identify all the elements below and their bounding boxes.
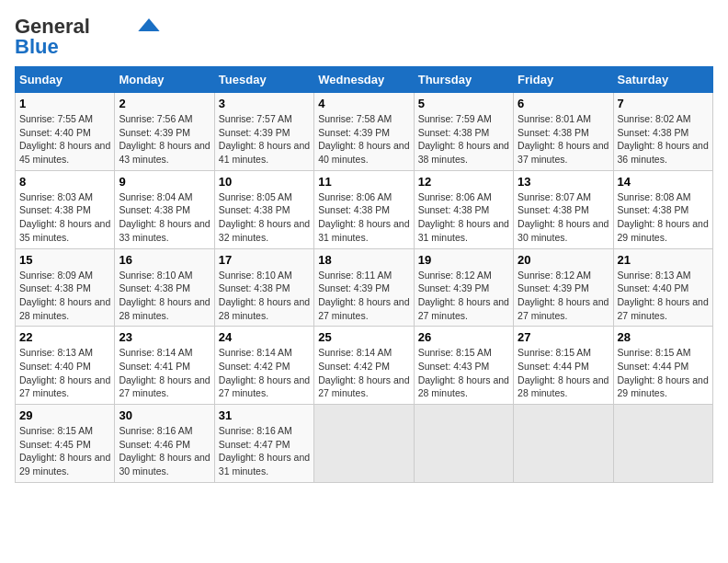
day-number: 31 — [219, 408, 310, 422]
day-info: Sunrise: 8:16 AMSunset: 4:47 PMDaylight:… — [219, 425, 310, 477]
calendar-cell: 30Sunrise: 8:16 AMSunset: 4:46 PMDayligh… — [115, 405, 214, 483]
logo-icon — [138, 18, 160, 31]
day-info: Sunrise: 8:16 AMSunset: 4:46 PMDaylight:… — [119, 425, 210, 477]
calendar-cell: 24Sunrise: 8:14 AMSunset: 4:42 PMDayligh… — [214, 327, 313, 405]
calendar-cell: 9Sunrise: 8:04 AMSunset: 4:38 PMDaylight… — [115, 170, 214, 248]
column-header-thursday: Thursday — [414, 67, 513, 93]
day-number: 6 — [518, 97, 609, 110]
calendar-cell: 8Sunrise: 8:03 AMSunset: 4:38 PMDaylight… — [16, 170, 115, 248]
calendar-cell: 23Sunrise: 8:14 AMSunset: 4:41 PMDayligh… — [115, 327, 214, 405]
day-number: 3 — [219, 97, 310, 110]
calendar-cell: 13Sunrise: 8:07 AMSunset: 4:38 PMDayligh… — [514, 170, 613, 248]
day-info: Sunrise: 8:15 AMSunset: 4:45 PMDaylight:… — [19, 425, 110, 477]
day-number: 8 — [19, 175, 110, 189]
day-info: Sunrise: 8:11 AMSunset: 4:39 PMDaylight:… — [318, 270, 409, 321]
calendar-cell: 10Sunrise: 8:05 AMSunset: 4:38 PMDayligh… — [214, 170, 313, 248]
day-number: 29 — [19, 408, 110, 422]
calendar-cell: 4Sunrise: 7:58 AMSunset: 4:39 PMDaylight… — [314, 93, 414, 171]
day-info: Sunrise: 8:07 AMSunset: 4:38 PMDaylight:… — [518, 191, 609, 243]
day-info: Sunrise: 8:01 AMSunset: 4:38 PMDaylight:… — [518, 113, 609, 165]
day-number: 20 — [518, 253, 609, 267]
day-number: 10 — [219, 175, 310, 189]
day-info: Sunrise: 7:55 AMSunset: 4:40 PMDaylight:… — [19, 113, 110, 165]
day-number: 22 — [19, 330, 110, 344]
day-number: 18 — [318, 253, 409, 267]
day-number: 28 — [618, 330, 709, 344]
calendar-cell: 2Sunrise: 7:56 AMSunset: 4:39 PMDaylight… — [115, 93, 214, 171]
day-info: Sunrise: 8:04 AMSunset: 4:38 PMDaylight:… — [119, 191, 210, 243]
calendar-cell: 21Sunrise: 8:13 AMSunset: 4:40 PMDayligh… — [613, 248, 712, 327]
day-number: 27 — [518, 330, 609, 344]
day-number: 25 — [318, 330, 409, 344]
day-number: 7 — [618, 97, 709, 110]
calendar-week-1: 1Sunrise: 7:55 AMSunset: 4:40 PMDaylight… — [16, 93, 713, 171]
header: General Blue — [15, 15, 713, 59]
day-info: Sunrise: 8:09 AMSunset: 4:38 PMDaylight:… — [19, 270, 110, 321]
calendar-cell: 15Sunrise: 8:09 AMSunset: 4:38 PMDayligh… — [16, 248, 115, 327]
day-number: 19 — [418, 253, 509, 267]
day-info: Sunrise: 8:13 AMSunset: 4:40 PMDaylight:… — [618, 270, 709, 321]
day-number: 30 — [119, 408, 210, 422]
calendar-cell: 17Sunrise: 8:10 AMSunset: 4:38 PMDayligh… — [214, 248, 313, 327]
day-number: 12 — [418, 175, 509, 189]
calendar-cell: 11Sunrise: 8:06 AMSunset: 4:38 PMDayligh… — [314, 170, 414, 248]
calendar-cell: 6Sunrise: 8:01 AMSunset: 4:38 PMDaylight… — [514, 93, 613, 171]
day-info: Sunrise: 8:03 AMSunset: 4:38 PMDaylight:… — [19, 191, 110, 243]
calendar-header-row: SundayMondayTuesdayWednesdayThursdayFrid… — [16, 67, 713, 93]
day-number: 9 — [119, 175, 210, 189]
calendar-cell: 22Sunrise: 8:13 AMSunset: 4:40 PMDayligh… — [16, 327, 115, 405]
day-info: Sunrise: 8:15 AMSunset: 4:44 PMDaylight:… — [518, 347, 609, 398]
calendar-cell — [613, 405, 712, 483]
calendar-cell: 1Sunrise: 7:55 AMSunset: 4:40 PMDaylight… — [16, 93, 115, 171]
calendar-cell: 28Sunrise: 8:15 AMSunset: 4:44 PMDayligh… — [613, 327, 712, 405]
day-info: Sunrise: 8:08 AMSunset: 4:38 PMDaylight:… — [618, 191, 709, 243]
calendar-week-3: 15Sunrise: 8:09 AMSunset: 4:38 PMDayligh… — [16, 248, 713, 327]
day-number: 15 — [19, 253, 110, 267]
calendar-cell: 19Sunrise: 8:12 AMSunset: 4:39 PMDayligh… — [414, 248, 513, 327]
day-info: Sunrise: 8:06 AMSunset: 4:38 PMDaylight:… — [418, 191, 509, 243]
day-info: Sunrise: 8:05 AMSunset: 4:38 PMDaylight:… — [219, 191, 310, 243]
svg-marker-0 — [138, 18, 159, 31]
column-header-monday: Monday — [115, 67, 214, 93]
day-info: Sunrise: 8:06 AMSunset: 4:38 PMDaylight:… — [318, 191, 409, 243]
day-number: 2 — [119, 97, 210, 110]
calendar-cell: 5Sunrise: 7:59 AMSunset: 4:38 PMDaylight… — [414, 93, 513, 171]
calendar-cell: 3Sunrise: 7:57 AMSunset: 4:39 PMDaylight… — [214, 93, 313, 171]
column-header-sunday: Sunday — [16, 67, 115, 93]
day-number: 14 — [618, 175, 709, 189]
day-info: Sunrise: 8:15 AMSunset: 4:44 PMDaylight:… — [618, 347, 709, 398]
day-number: 5 — [418, 97, 509, 110]
day-info: Sunrise: 7:58 AMSunset: 4:39 PMDaylight:… — [318, 113, 409, 165]
calendar-cell: 25Sunrise: 8:14 AMSunset: 4:42 PMDayligh… — [314, 327, 414, 405]
column-header-tuesday: Tuesday — [214, 67, 313, 93]
calendar-cell: 27Sunrise: 8:15 AMSunset: 4:44 PMDayligh… — [514, 327, 613, 405]
calendar-cell: 31Sunrise: 8:16 AMSunset: 4:47 PMDayligh… — [214, 405, 313, 483]
calendar-cell: 26Sunrise: 8:15 AMSunset: 4:43 PMDayligh… — [414, 327, 513, 405]
column-header-wednesday: Wednesday — [314, 67, 414, 93]
day-info: Sunrise: 8:12 AMSunset: 4:39 PMDaylight:… — [418, 270, 509, 321]
calendar-cell: 7Sunrise: 8:02 AMSunset: 4:38 PMDaylight… — [613, 93, 712, 171]
calendar-cell: 12Sunrise: 8:06 AMSunset: 4:38 PMDayligh… — [414, 170, 513, 248]
calendar-cell: 29Sunrise: 8:15 AMSunset: 4:45 PMDayligh… — [16, 405, 115, 483]
day-number: 11 — [318, 175, 409, 189]
day-info: Sunrise: 8:13 AMSunset: 4:40 PMDaylight:… — [19, 347, 110, 398]
day-info: Sunrise: 8:14 AMSunset: 4:42 PMDaylight:… — [318, 347, 409, 398]
column-header-saturday: Saturday — [613, 67, 712, 93]
column-header-friday: Friday — [514, 67, 613, 93]
day-number: 21 — [618, 253, 709, 267]
day-info: Sunrise: 8:14 AMSunset: 4:42 PMDaylight:… — [219, 347, 310, 398]
day-number: 26 — [418, 330, 509, 344]
day-number: 4 — [318, 97, 409, 110]
calendar-cell: 16Sunrise: 8:10 AMSunset: 4:38 PMDayligh… — [115, 248, 214, 327]
logo: General Blue — [15, 15, 160, 59]
day-number: 16 — [119, 253, 210, 267]
calendar-cell — [514, 405, 613, 483]
day-number: 1 — [19, 97, 110, 110]
calendar-cell: 18Sunrise: 8:11 AMSunset: 4:39 PMDayligh… — [314, 248, 414, 327]
day-number: 17 — [219, 253, 310, 267]
calendar-week-5: 29Sunrise: 8:15 AMSunset: 4:45 PMDayligh… — [16, 405, 713, 483]
day-info: Sunrise: 8:10 AMSunset: 4:38 PMDaylight:… — [119, 270, 210, 321]
day-info: Sunrise: 8:12 AMSunset: 4:39 PMDaylight:… — [518, 270, 609, 321]
calendar-cell: 20Sunrise: 8:12 AMSunset: 4:39 PMDayligh… — [514, 248, 613, 327]
calendar-body: 1Sunrise: 7:55 AMSunset: 4:40 PMDaylight… — [16, 93, 713, 483]
